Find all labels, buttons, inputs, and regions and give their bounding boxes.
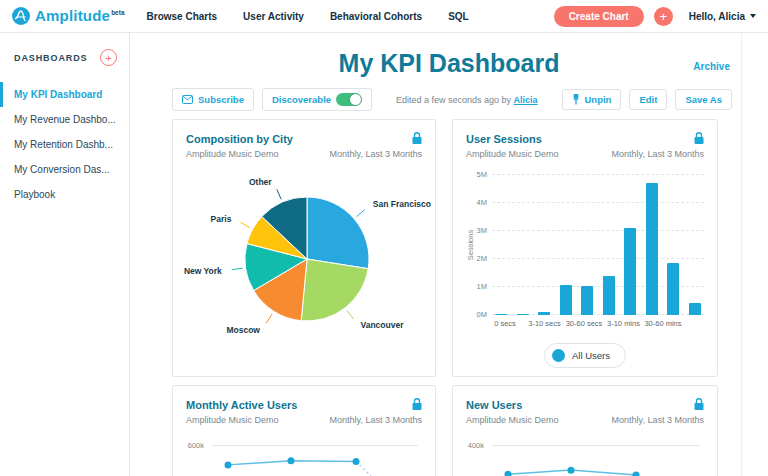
bars [492,175,704,315]
pie-leader-line [356,210,364,217]
pie-label: San Francisco [373,199,431,209]
pie-chart[interactable]: San FranciscoVancouverMoscowNew YorkPari… [186,167,424,357]
chart-source: Amplitude Music Demo [466,415,559,425]
sidebar-item-my-retention-dashb[interactable]: My Retention Dashb... [0,132,129,157]
lock-icon [411,131,423,145]
data-point[interactable] [633,472,640,476]
dashboard-list: My KPI DashboardMy Revenue Dashbo...My R… [0,82,129,207]
pie-slice-vancouver[interactable] [301,259,368,321]
pie-label: Other [249,177,272,187]
amplitude-logo[interactable]: Amplitudebeta [12,7,125,25]
y-tick-label: 600k [186,441,212,450]
nav-link-browse-charts[interactable]: Browse Charts [147,11,218,22]
pie-label: Vancouver [360,320,404,330]
quick-add-button[interactable]: + [654,7,673,26]
chart-title[interactable]: Monthly Active Users [186,399,422,411]
data-point[interactable] [288,457,295,464]
pie-leader-line [240,222,250,227]
bar[interactable] [560,285,572,315]
pie-slice-san-francisco[interactable] [307,197,369,269]
bar[interactable] [495,314,507,316]
nav-link-sql[interactable]: SQL [448,11,469,22]
data-point[interactable] [353,458,360,465]
segment-color-dot [552,349,565,362]
unpin-button[interactable]: Unpin [562,89,622,110]
chart-source: Amplitude Music Demo [186,149,279,159]
user-menu[interactable]: Hello, Alicia [689,11,756,22]
sidebar-item-my-kpi-dashboard[interactable]: My KPI Dashboard [0,82,129,107]
chart-title[interactable]: User Sessions [466,133,704,145]
segment-pill-all-users[interactable]: All Users [544,343,626,368]
bar[interactable] [689,303,701,315]
y-tick-label: 2M [467,254,487,263]
scrollbar-gutter[interactable] [741,33,768,476]
beta-badge: beta [111,9,124,16]
user-greeting: Hello, Alicia [689,11,745,22]
subscribe-button[interactable]: Subscribe [172,88,254,111]
nav-link-user-activity[interactable]: User Activity [243,11,304,22]
create-chart-button[interactable]: Create Chart [554,6,644,27]
x-tick-label: 30-60 mins [633,319,693,328]
data-point[interactable] [505,471,512,476]
edited-status: Edited a few seconds ago by Alicia [372,95,561,105]
edited-text: Edited a few seconds ago by [396,95,514,105]
pin-icon [572,94,580,105]
dashboard-controls: Subscribe Discoverable Edited a few seco… [172,88,732,111]
card-new-users: New Users Amplitude Music Demo Monthly, … [452,385,718,476]
sidebar-item-playbook[interactable]: Playbook [0,182,129,207]
projection-line [356,462,419,476]
bar[interactable] [667,263,679,315]
card-composition-by-city: Composition by City Amplitude Music Demo… [172,119,436,377]
sidebar-item-my-revenue-dashbo[interactable]: My Revenue Dashbo... [0,107,129,132]
chart-title[interactable]: New Users [466,399,704,411]
nav-link-behavioral-cohorts[interactable]: Behavioral Cohorts [330,11,422,22]
top-nav: Amplitudebeta Browse ChartsUser Activity… [0,0,768,33]
dashboards-heading: DASHBOARDS [14,53,88,63]
line-chart[interactable]: 400k300k [466,437,704,476]
chart-range: Monthly, Last 3 Months [612,415,704,425]
amplitude-logo-icon [12,7,30,25]
segment-label: All Users [572,350,610,361]
lock-icon [693,397,705,411]
bar[interactable] [646,183,658,315]
bar[interactable] [581,286,593,315]
pie-label: Moscow [226,325,260,335]
edited-by-link[interactable]: Alicia [514,95,538,105]
bar[interactable] [624,228,636,315]
discoverable-button[interactable]: Discoverable [262,88,372,111]
y-tick-label: 5M [467,170,487,179]
chart-range: Monthly, Last 3 Months [612,149,704,159]
pie-label: Paris [211,214,232,224]
card-monthly-active-users: Monthly Active Users Amplitude Music Dem… [172,385,436,476]
y-tick-label: 400k [466,441,492,450]
bar[interactable] [603,276,615,315]
data-point[interactable] [568,467,575,474]
pie-leader-line [266,314,272,323]
archive-link[interactable]: Archive [693,61,730,72]
bar-chart[interactable]: Sessions 0M1M2M3M4M5M [492,175,704,315]
edit-button[interactable]: Edit [629,89,667,110]
lock-icon [411,397,423,411]
lock-icon [693,131,705,145]
pie-leader-line [232,268,243,270]
cards-grid: Composition by City Amplitude Music Demo… [172,119,768,476]
page-title: My KPI Dashboard [130,49,768,78]
save-as-button[interactable]: Save As [675,89,732,110]
line-plot [220,437,425,476]
bar[interactable] [538,312,550,315]
sidebar-item-my-conversion-das[interactable]: My Conversion Das... [0,157,129,182]
chart-range: Monthly, Last 3 Months [330,149,422,159]
chevron-down-icon [750,14,756,18]
add-dashboard-button[interactable]: + [100,49,117,66]
bar[interactable] [517,314,529,316]
discoverable-toggle[interactable] [336,93,362,106]
sidebar: DASHBOARDS + My KPI DashboardMy Revenue … [0,33,130,476]
logo-text: Amplitude [35,7,110,24]
pie-label: New York [184,266,222,276]
subscribe-label: Subscribe [198,94,244,105]
data-point[interactable] [225,461,232,468]
line-chart[interactable]: 600k [186,437,422,476]
y-tick-label: 1M [467,282,487,291]
chart-source: Amplitude Music Demo [466,149,559,159]
chart-title[interactable]: Composition by City [186,133,422,145]
